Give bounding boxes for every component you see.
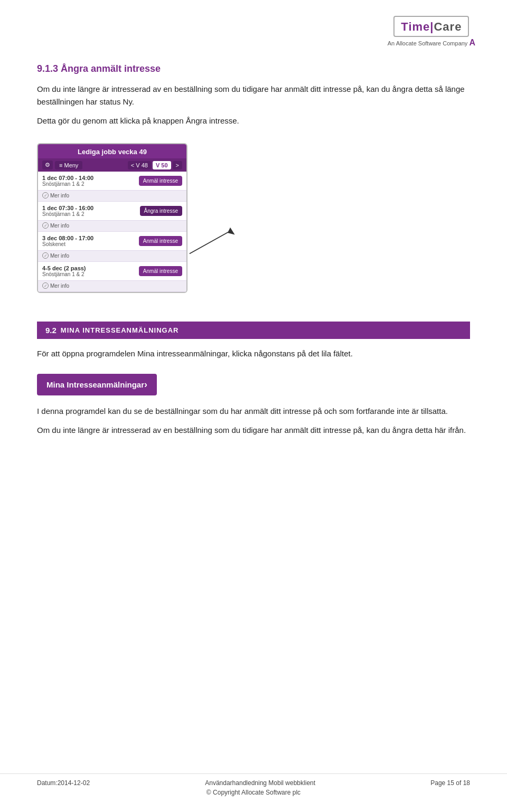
logo-subtitle: An Allocate Software Company A (388, 38, 475, 48)
job-place-2: Snöstjärnan 1 & 2 (42, 211, 140, 217)
svg-line-0 (190, 231, 230, 254)
job-place-3: Solskenet (42, 241, 139, 247)
logo-text: Time|Care (401, 20, 462, 33)
arrow-pointer (183, 226, 246, 258)
anmal-button-4[interactable]: Anmäl intresse (139, 266, 182, 276)
mer-info-3: ✓ Mer info (38, 251, 186, 262)
info-icon-4: ✓ (42, 282, 49, 289)
mobile-toolbar-nav: < V 48 V 50 > (128, 161, 182, 169)
nav-current: V 50 (153, 161, 171, 169)
gear-icon: ⚙ (42, 160, 53, 169)
job-time-3: 3 dec 08:00 - 17:00 (42, 235, 139, 241)
chevron-right-icon: › (144, 379, 147, 390)
footer-copyright: © Copyright Allocate Software plc (206, 789, 301, 796)
footer: Datum:2014-12-02 Användarhandledning Mob… (0, 773, 507, 796)
mer-info-1: ✓ Mer info (38, 191, 186, 202)
mer-info-2: ✓ Mer info (38, 221, 186, 232)
page-container: Time|Care An Allocate Software Company A… (0, 0, 507, 812)
footer-title: Användarhandledning Mobil webbklient (205, 779, 315, 787)
section-913-heading: 9.1.3 Ångra anmält intresse (37, 63, 470, 74)
footer-row1: Datum:2014-12-02 Användarhandledning Mob… (0, 779, 507, 787)
mobile-toolbar-left: ⚙ ≡ Meny (42, 160, 82, 169)
nav-prev[interactable]: < V 48 (128, 161, 151, 169)
job-info-2: 1 dec 07:30 - 16:00 Snöstjärnan 1 & 2 (42, 205, 140, 217)
section-number: 9.2 (45, 326, 57, 335)
mer-info-4: ✓ Mer info (38, 281, 186, 292)
section-92-para2: I denna programdel kan du se de beställn… (37, 405, 470, 418)
job-time-4: 4-5 dec (2 pass) (42, 265, 139, 271)
job-info-4: 4-5 dec (2 pass) Snöstjärnan 1 & 2 (42, 265, 139, 277)
job-item-2: 1 dec 07:30 - 16:00 Snöstjärnan 1 & 2 Ån… (38, 202, 186, 221)
mina-intresseanmalningar-button[interactable]: Mina Intresseanmälningar › (37, 374, 157, 395)
section-913-para1: Om du inte längre är intresserad av en b… (37, 83, 470, 108)
job-item-3: 3 dec 08:00 - 17:00 Solskenet Anmäl intr… (38, 232, 186, 251)
job-item-4: 4-5 dec (2 pass) Snöstjärnan 1 & 2 Anmäl… (38, 262, 186, 281)
job-place-4: Snöstjärnan 1 & 2 (42, 271, 139, 277)
info-icon-2: ✓ (42, 222, 49, 229)
info-icon-1: ✓ (42, 192, 49, 199)
angra-button-2[interactable]: Ångra intresse (140, 206, 182, 216)
logo-area: Time|Care An Allocate Software Company A (388, 16, 475, 48)
footer-page: Page 15 of 18 (430, 779, 470, 787)
section-913-para2: Detta gör du genom att klicka på knappen… (37, 115, 470, 127)
anmal-button-3[interactable]: Anmäl intresse (139, 236, 182, 246)
anmal-button-1[interactable]: Anmäl intresse (139, 176, 182, 186)
job-time-1: 1 dec 07:00 - 14:00 (42, 175, 139, 181)
section-92-para1: För att öppna programdelen Mina intresse… (37, 347, 470, 360)
mobile-mockup-wrapper: Lediga jobb vecka 49 ⚙ ≡ Meny < V 48 V 5… (37, 143, 187, 293)
job-place-1: Snöstjärnan 1 & 2 (42, 181, 139, 187)
job-info-3: 3 dec 08:00 - 17:00 Solskenet (42, 235, 139, 247)
footer-date: Datum:2014-12-02 (37, 779, 90, 787)
menu-button: ≡ Meny (55, 161, 82, 169)
job-info-1: 1 dec 07:00 - 14:00 Snöstjärnan 1 & 2 (42, 175, 139, 187)
logo-box: Time|Care (393, 16, 469, 37)
mobile-toolbar: ⚙ ≡ Meny < V 48 V 50 > (38, 158, 186, 172)
mobile-mockup: Lediga jobb vecka 49 ⚙ ≡ Meny < V 48 V 5… (37, 143, 187, 293)
nav-next[interactable]: > (173, 161, 182, 169)
info-icon-3: ✓ (42, 252, 49, 259)
job-time-2: 1 dec 07:30 - 16:00 (42, 205, 140, 211)
svg-marker-1 (228, 228, 235, 235)
section-92-para3: Om du inte längre är intresserad av en b… (37, 424, 470, 437)
mobile-header: Lediga jobb vecka 49 (38, 144, 186, 158)
section-title: Mina intresseanmälningar (61, 326, 179, 334)
job-item-1: 1 dec 07:00 - 14:00 Snöstjärnan 1 & 2 An… (38, 172, 186, 191)
section-92-bar: 9.2 Mina intresseanmälningar (37, 322, 470, 339)
